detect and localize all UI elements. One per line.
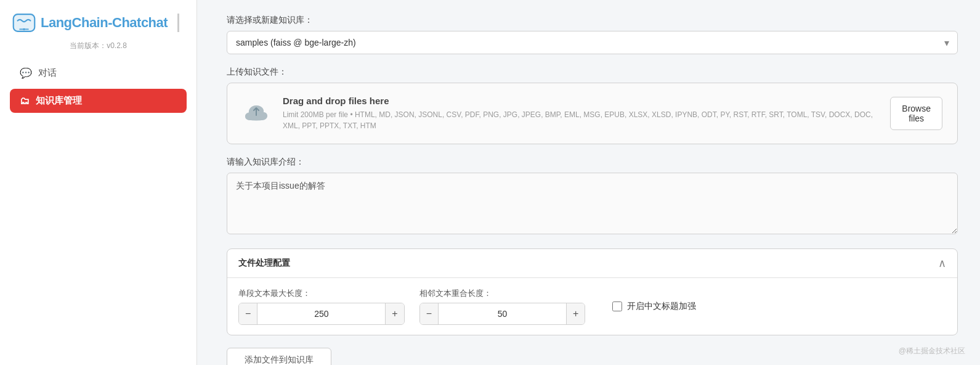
- kb-icon: 🗂: [20, 96, 30, 107]
- max-length-value[interactable]: [257, 305, 385, 322]
- app-title: LangChain-Chatchat: [41, 15, 168, 31]
- kb-intro-textarea[interactable]: 关于本项目issue的解答: [227, 173, 958, 234]
- file-config-body: 单段文本最大长度： − + 相邻文本重合长度： − + 开启中文标: [227, 278, 957, 335]
- kb-intro-section: 请输入知识库介绍： 关于本项目issue的解答: [227, 157, 958, 236]
- file-drop-zone[interactable]: Drag and drop files here Limit 200MB per…: [227, 83, 958, 144]
- file-config-section: 文件处理配置 ∧ 单段文本最大长度： − + 相邻文本重合长度： − +: [227, 248, 958, 335]
- kb-select-dropdown[interactable]: samples (faiss @ bge-large-zh): [227, 31, 958, 54]
- dialog-icon: 💬: [20, 67, 32, 79]
- overlap-label: 相邻文本重合长度：: [419, 288, 586, 299]
- max-length-increment[interactable]: +: [385, 303, 403, 324]
- sidebar-nav: 💬 对话 🗂 知识库管理: [0, 61, 196, 113]
- kb-intro-label: 请输入知识库介绍：: [227, 157, 958, 168]
- overlap-value[interactable]: [439, 305, 566, 322]
- sidebar-item-dialog[interactable]: 💬 对话: [10, 61, 187, 85]
- add-btn-row: 添加文件到知识库: [227, 348, 958, 365]
- sidebar-item-kb-manage[interactable]: 🗂 知识库管理: [10, 89, 187, 113]
- main-panel: 请选择或新建知识库： samples (faiss @ bge-large-zh…: [197, 0, 980, 365]
- logo-divider: [177, 14, 179, 32]
- overlap-stepper: − +: [419, 303, 586, 325]
- upload-section: 上传知识文件： Drag and drop files here Limit 2…: [227, 67, 958, 144]
- upload-label: 上传知识文件：: [227, 67, 958, 78]
- chinese-heading-checkbox[interactable]: [612, 301, 622, 311]
- upload-limit-text: Limit 200MB per file • HTML, MD, JSON, J…: [283, 109, 878, 131]
- collapse-icon: ∧: [938, 256, 946, 270]
- sidebar-item-kb-label: 知识库管理: [36, 95, 82, 107]
- overlap-decrement[interactable]: −: [420, 303, 439, 324]
- kb-select-label: 请选择或新建知识库：: [227, 15, 958, 26]
- kb-select-section: 请选择或新建知识库： samples (faiss @ bge-large-zh…: [227, 15, 958, 54]
- overlap-length-group: 相邻文本重合长度： − +: [419, 288, 586, 325]
- browse-files-button[interactable]: Browse files: [890, 97, 942, 130]
- max-length-stepper: − +: [238, 303, 405, 325]
- logo-area: LangChain-Chatchat: [0, 0, 196, 38]
- version-label: 当前版本：v0.2.8: [0, 38, 196, 61]
- upload-text: Drag and drop files here Limit 200MB per…: [283, 96, 878, 131]
- upload-drag-text: Drag and drop files here: [283, 96, 878, 106]
- sidebar-item-dialog-label: 对话: [38, 67, 57, 79]
- upload-cloud-icon: [242, 99, 270, 128]
- footer-label: @稀土掘金技术社区: [899, 346, 965, 356]
- file-config-title: 文件处理配置: [238, 258, 290, 269]
- file-config-header[interactable]: 文件处理配置 ∧: [227, 249, 957, 278]
- logo-icon: [12, 11, 36, 35]
- sidebar: LangChain-Chatchat 当前版本：v0.2.8 💬 对话 🗂 知识…: [0, 0, 197, 365]
- overlap-increment[interactable]: +: [566, 303, 585, 324]
- chinese-heading-label[interactable]: 开启中文标题加强: [627, 301, 696, 312]
- max-length-group: 单段文本最大长度： − +: [238, 288, 405, 325]
- max-length-decrement[interactable]: −: [239, 303, 257, 324]
- chinese-heading-group: 开启中文标题加强: [612, 301, 696, 312]
- add-to-kb-button[interactable]: 添加文件到知识库: [227, 348, 331, 365]
- max-length-label: 单段文本最大长度：: [238, 288, 405, 299]
